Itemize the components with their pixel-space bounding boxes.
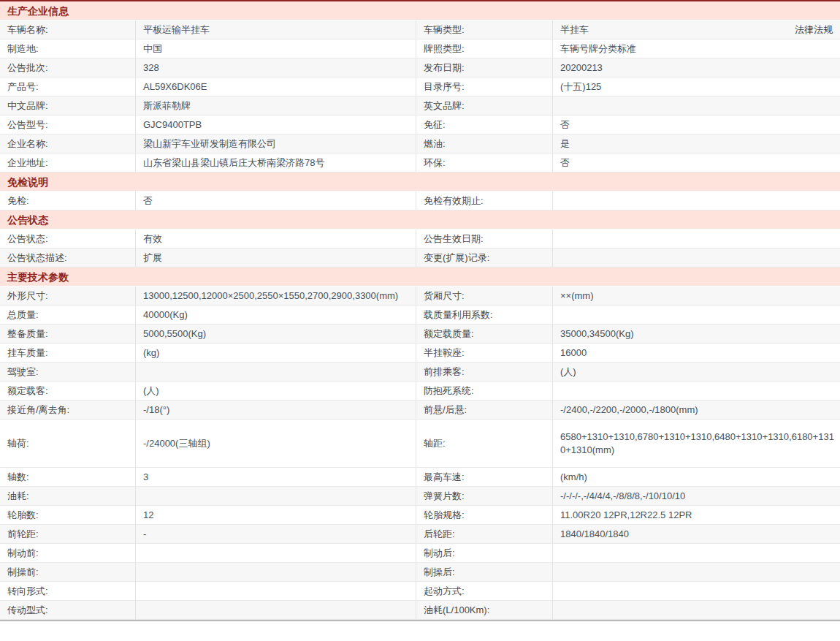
field-value-cell: (十五)125	[553, 77, 840, 96]
field-value-cell	[553, 544, 840, 562]
field-value-cell: 中国	[136, 39, 416, 58]
field-label: 整备质量:	[0, 325, 136, 343]
field-value-cell: ××(mm)	[553, 287, 840, 305]
field-label: 制操后:	[416, 563, 553, 581]
table-row: 转向形式:起动方式:	[0, 582, 840, 601]
field-value-cell: 11.00R20 12PR,12R22.5 12PR	[553, 506, 840, 524]
field-value-cell: 13000,12500,12000×2500,2550×1550,2700,29…	[136, 287, 416, 305]
field-label: 制动后:	[416, 544, 553, 562]
field-value-cell: (人)	[136, 382, 416, 400]
field-label: 前排乘客:	[416, 363, 553, 381]
field-label: 目录序号:	[416, 77, 553, 96]
field-label: 免检:	[0, 191, 136, 210]
field-value: -/18(°)	[143, 403, 169, 417]
field-value-cell: AL59X6DK06E	[136, 77, 416, 96]
table-row: 中文品牌:斯派菲勒牌英文品牌:	[0, 96, 840, 115]
table-row: 挂车质量:(kg)半挂鞍座:16000	[0, 344, 840, 363]
field-value-cell	[553, 582, 840, 600]
field-value-cell: 平板运输半挂车	[136, 20, 416, 39]
field-value-cell: 35000,34500(Kg)	[553, 325, 840, 343]
table-row: 额定载客:(人)防抱死系统:	[0, 382, 840, 401]
field-value-cell	[136, 363, 416, 381]
field-value-cell: -	[136, 525, 416, 543]
field-label: 最高车速:	[416, 468, 553, 486]
field-value-cell: 否	[553, 115, 840, 134]
field-label: 外形尺寸:	[0, 287, 136, 305]
field-value: 11.00R20 12PR,12R22.5 12PR	[560, 509, 692, 522]
field-label: 驾驶室:	[0, 363, 136, 381]
field-value: (人)	[143, 384, 159, 398]
table-row: 企业地址:山东省梁山县梁山镇后庄大桥南梁济路78号环保:否	[0, 153, 840, 172]
field-value-cell: -/2400,-/2200,-/2000,-/1800(mm)	[553, 401, 840, 419]
field-value: 6580+1310+1310,6780+1310+1310,6480+1310+…	[560, 431, 834, 457]
field-value: 5000,5500(Kg)	[143, 327, 206, 341]
field-value: 梁山新宇车业研发制造有限公司	[143, 137, 276, 151]
field-value-cell: 40000(Kg)	[136, 306, 416, 324]
field-value: ××(mm)	[560, 289, 594, 303]
field-label: 公告状态:	[0, 230, 136, 248]
laws-regulations-link[interactable]: 法律法规	[795, 23, 834, 37]
field-value-cell: 山东省梁山县梁山镇后庄大桥南梁济路78号	[136, 153, 416, 172]
field-label: 总质量:	[0, 306, 136, 324]
field-value-cell: 6580+1310+1310,6780+1310+1310,6480+1310+…	[553, 420, 840, 467]
field-value: -/-/-/-,-/4/4/4,-/8/8/8,-/10/10/10	[560, 490, 685, 503]
field-label: 车辆名称:	[0, 20, 136, 39]
field-value-cell	[136, 601, 416, 619]
field-value: 35000,34500(Kg)	[560, 327, 633, 341]
field-label: 传动型式:	[0, 601, 136, 619]
field-value-cell: 否	[136, 191, 416, 210]
field-value-cell	[553, 230, 840, 248]
field-value: (kg)	[143, 346, 159, 360]
table-row: 轴荷:-/24000(三轴组)轴距:6580+1310+1310,6780+13…	[0, 420, 840, 468]
field-value-cell: (kg)	[136, 344, 416, 362]
section-header: 免检说明	[0, 172, 840, 191]
field-label: 燃油:	[416, 134, 553, 153]
field-value-cell: -/-/-/-,-/4/4/4,-/8/8/8,-/10/10/10	[553, 487, 840, 505]
field-value-cell: 5000,5500(Kg)	[136, 325, 416, 343]
table-row: 公告状态:有效公告生效日期:	[0, 230, 840, 249]
table-row: 外形尺寸:13000,12500,12000×2500,2550×1550,27…	[0, 287, 840, 306]
field-label: 起动方式:	[416, 582, 553, 600]
section-header: 主要技术参数	[0, 268, 840, 287]
table-row: 传动型式:油耗(L/100Km):	[0, 601, 840, 620]
field-value-cell: (km/h)	[553, 468, 840, 486]
field-label: 油耗(L/100Km):	[416, 601, 553, 619]
field-value: -/2400,-/2200,-/2000,-/1800(mm)	[560, 403, 698, 417]
field-label: 免征:	[416, 115, 553, 134]
field-value-cell: -/24000(三轴组)	[136, 420, 416, 467]
field-value-cell	[553, 306, 840, 324]
field-label: 轴荷:	[0, 420, 136, 467]
field-label: 货厢尺寸:	[416, 287, 553, 305]
field-value: 斯派菲勒牌	[143, 99, 191, 113]
field-value: (km/h)	[560, 471, 587, 484]
field-value-cell: 1840/1840/1840	[553, 525, 840, 543]
field-value: 20200213	[560, 61, 603, 75]
field-label: 轮胎数:	[0, 506, 136, 524]
field-value-cell	[553, 191, 840, 210]
field-label: 发布日期:	[416, 58, 553, 77]
table-row: 轮胎数:12轮胎规格:11.00R20 12PR,12R22.5 12PR	[0, 506, 840, 525]
field-value-cell	[136, 487, 416, 505]
field-label: 公告状态描述:	[0, 249, 136, 267]
table-row: 总质量:40000(Kg)载质量利用系数:	[0, 306, 840, 325]
field-value-cell	[553, 382, 840, 400]
table-row: 油耗:弹簧片数:-/-/-/-,-/4/4/4,-/8/8/8,-/10/10/…	[0, 487, 840, 506]
field-label: 公告批次:	[0, 58, 136, 77]
field-value-cell: 是	[553, 134, 840, 153]
field-value-cell: 16000	[553, 344, 840, 362]
field-value: 40000(Kg)	[143, 308, 188, 322]
field-value: 13000,12500,12000×2500,2550×1550,2700,29…	[143, 289, 398, 303]
field-value-cell: 斯派菲勒牌	[136, 96, 416, 115]
field-value-cell: GJC9400TPB	[136, 115, 416, 134]
field-label: 公告型号:	[0, 115, 136, 134]
field-value: 平板运输半挂车	[143, 23, 210, 37]
field-value: 车辆号牌分类标准	[560, 42, 636, 56]
field-label: 产品号:	[0, 77, 136, 96]
field-value-cell: (人)	[553, 363, 840, 381]
field-label: 前悬/后悬:	[416, 401, 553, 419]
field-value-cell: 20200213	[553, 58, 840, 77]
field-value-cell: -/18(°)	[136, 401, 416, 419]
field-value-cell	[136, 563, 416, 581]
field-value-cell: 否	[553, 153, 840, 172]
field-value: 扩展	[143, 251, 162, 265]
